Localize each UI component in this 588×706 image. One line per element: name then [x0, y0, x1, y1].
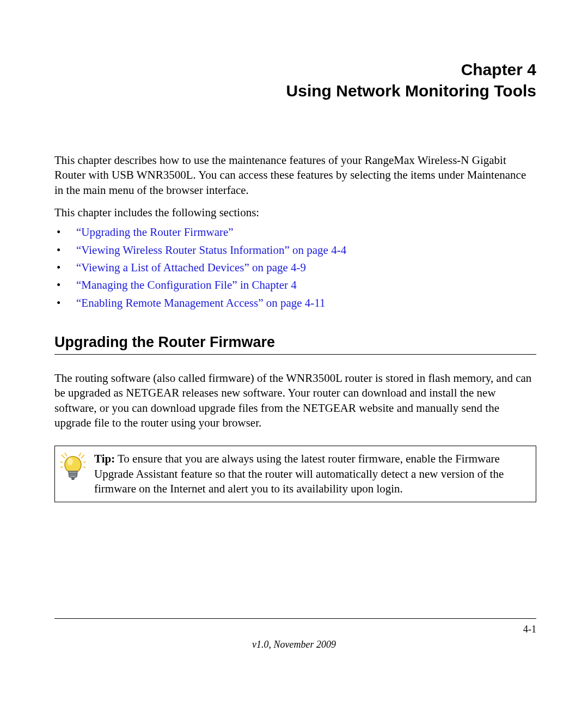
list-item: “Upgrading the Router Firmware”: [54, 224, 536, 240]
lightbulb-icon: [60, 453, 85, 483]
list-item: “Enabling Remote Management Access” on p…: [54, 295, 536, 311]
svg-line-3: [60, 467, 63, 468]
tip-label: Tip:: [94, 452, 115, 465]
chapter-number: Chapter 4: [54, 59, 536, 80]
list-item: “Viewing a List of Attached Devices” on …: [54, 260, 536, 276]
section-link-list: “Upgrading the Router Firmware” “Viewing…: [54, 224, 536, 311]
svg-line-4: [81, 455, 84, 458]
section-link[interactable]: “Managing the Configuration File” in Cha…: [76, 278, 297, 291]
svg-line-2: [60, 461, 63, 462]
section-link[interactable]: “Enabling Remote Management Access” on p…: [76, 296, 326, 309]
document-page: Chapter 4 Using Network Monitoring Tools…: [0, 0, 588, 502]
svg-point-9: [68, 458, 73, 465]
tip-body: To ensure that you are always using the …: [94, 452, 504, 495]
intro-paragraph: This chapter describes how to use the ma…: [54, 153, 536, 198]
tip-box: Tip: To ensure that you are always using…: [54, 446, 536, 502]
svg-line-7: [83, 467, 85, 468]
svg-line-1: [65, 453, 67, 456]
svg-line-6: [83, 461, 85, 462]
footer-version: v1.0, November 2009: [0, 639, 588, 650]
section-link[interactable]: “Viewing a List of Attached Devices” on …: [76, 261, 306, 274]
section-heading: Upgrading the Router Firmware: [54, 334, 536, 355]
sections-intro: This chapter includes the following sect…: [54, 205, 536, 220]
list-item: “Viewing Wireless Router Status Informat…: [54, 242, 536, 258]
chapter-title: Using Network Monitoring Tools: [54, 80, 536, 101]
section-link[interactable]: “Upgrading the Router Firmware”: [76, 226, 234, 239]
section-link[interactable]: “Viewing Wireless Router Status Informat…: [76, 244, 346, 257]
section-body: The routing software (also called firmwa…: [54, 371, 536, 430]
svg-point-8: [65, 457, 81, 473]
chapter-heading: Chapter 4 Using Network Monitoring Tools: [54, 59, 536, 101]
svg-line-0: [62, 455, 65, 458]
list-item: “Managing the Configuration File” in Cha…: [54, 277, 536, 293]
footer-divider: [54, 618, 536, 619]
svg-rect-12: [71, 478, 75, 480]
tip-text: Tip: To ensure that you are always using…: [94, 452, 529, 496]
page-number: 4-1: [523, 624, 536, 635]
svg-line-5: [79, 453, 81, 456]
